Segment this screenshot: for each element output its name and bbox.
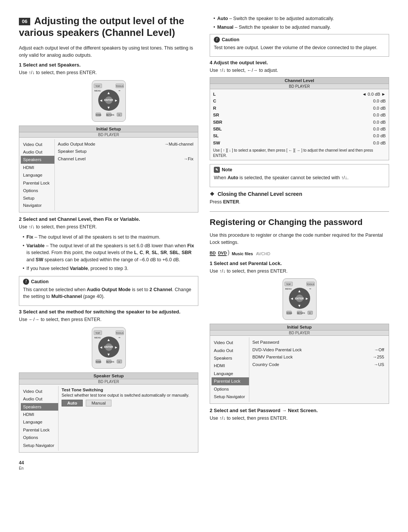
menu-right-1: Audio Output Mode →Multi-channel Speaker…	[55, 139, 196, 211]
dpad-up-1: ▲	[107, 91, 111, 95]
return-btn-3: RETURN	[297, 311, 302, 315]
channel-row-SW: SW 0.0 dB	[213, 140, 386, 146]
top-menu-btn-3: TOPMENU	[284, 282, 293, 286]
p-menu-video-out: Video Out	[212, 339, 249, 346]
caution-title-2: ! Caution	[214, 37, 385, 43]
caution-icon-2: !	[214, 37, 220, 43]
disc-icons: BD DVD ) Music files AVCHD	[210, 249, 389, 256]
dpad-3: ▲ ▼ ◄ ► ENTER	[289, 288, 310, 309]
note-box-1: ✎ Note When Auto is selected, the speake…	[210, 164, 389, 187]
section2-intro: Use this procedure to register or change…	[210, 232, 389, 246]
sp-menu-parental: Parental Lock	[21, 426, 58, 434]
parental-lock-menu: Initial Setup BD PLAYER Video Out Audio …	[210, 324, 389, 404]
menu-label-audio-output: Audio Output Mode	[58, 141, 95, 148]
page-footer: 44 En	[19, 460, 198, 471]
ch-name-SR: SR	[213, 112, 228, 118]
channel-note: Use [ ↑ ][ ↓ ] to select a speaker, then…	[213, 148, 386, 158]
p-val-bdmv-parental: →255	[372, 354, 384, 361]
parental-menu-left: Video Out Audio Out Speakers HDMI Langua…	[212, 337, 249, 402]
page-number: 44	[19, 460, 24, 465]
note-title-1: ✎ Note	[214, 167, 385, 173]
speaker-setup-body: Video Out Audio Out Speakers HDMI Langua…	[19, 385, 198, 452]
step2-block: 2 Select and set Channel Level, then Fix…	[19, 216, 198, 272]
disc-music: Music files	[232, 251, 253, 256]
sp-menu-options: Options	[21, 434, 58, 441]
step2-heading: 2 Select and set Channel Level, then Fix…	[19, 216, 198, 222]
menu-item-video-out-1: Video Out	[21, 141, 54, 148]
tools-btn: TOOLS ✏	[116, 84, 124, 88]
step2-instruction: Use ↑/↓ to select, then press ENTER.	[19, 223, 198, 231]
tools-btn-2: TOOLS ✏	[116, 330, 124, 335]
closing-instruction: Press ENTER.	[210, 199, 389, 206]
step2-bullets: Fix – The output level of all the speake…	[19, 234, 198, 272]
caution-text-2: Test tones are output. Lower the volume …	[214, 44, 385, 51]
page-container: 06Adjusting the output level of the vari…	[19, 15, 389, 471]
ch-val-L: ◄ 0.0 dB ►	[362, 91, 386, 98]
dpad-right-1: ►	[114, 98, 118, 102]
menu-row-channel-level: Channel Level →Fix	[58, 155, 193, 163]
step2-parental-heading: 2 Select and set Set Password → Next Scr…	[210, 408, 389, 413]
step1-block: 1 Select and set Speakers. Use ↑/↓ to se…	[19, 62, 198, 212]
home-btn-3: HOME	[286, 311, 292, 315]
dpad-right-3: ►	[305, 296, 309, 301]
ch-val-SBR: 0.0 dB	[373, 119, 386, 126]
ch-name-L: L	[213, 91, 228, 98]
section1-title-text: Adjusting the output level of the variou…	[19, 15, 184, 38]
menu-body-1: Video Out Audio Out Speakers HDMI Langua…	[19, 138, 198, 212]
speaker-setup-header: Speaker Setup	[19, 373, 198, 379]
ch-val-C: 0.0 dB	[373, 98, 386, 104]
menu-item-speakers-1: Speakers	[21, 156, 54, 163]
caution-box-2: ! Caution Test tones are output. Lower t…	[210, 34, 389, 57]
step4-heading: 4 Adjust the output level.	[210, 60, 389, 65]
step1-parental-block: 1 Select and set Parental Lock. Use ↑/↓ …	[210, 261, 389, 404]
sp-menu-hdmi: HDMI	[21, 411, 58, 418]
remote-bottom-2: HOME RETURN ≡	[96, 360, 122, 363]
dpad-up-2: ▲	[107, 338, 111, 342]
parental-menu-subheader: BD PLAYER	[210, 330, 389, 336]
p-label-dvd-parental: DVD-Video Parental Lock	[252, 346, 302, 354]
step3-block: 3 Select and set the method for switchin…	[19, 309, 198, 453]
p-val-dvd-parental: →Off	[374, 346, 384, 354]
page-lang: En	[19, 466, 23, 470]
p-menu-hdmi: HDMI	[212, 362, 249, 369]
channel-table-header: Channel Level	[210, 78, 389, 84]
channel-row-SR: SR 0.0 dB	[213, 112, 386, 118]
auto-manual-buttons: Auto Manual	[62, 400, 193, 406]
extra-btn-2: ≡	[117, 360, 122, 363]
tools-btn-3: TOOLS ✏	[306, 282, 315, 286]
menu-item-language-1: Language	[21, 171, 54, 179]
auto-button[interactable]: Auto	[62, 400, 83, 406]
channel-row-R: R 0.0 dB	[213, 105, 386, 112]
p-row-bdmv-parental: BDMV Parental Lock →255	[252, 354, 384, 361]
channel-row-SBL: SBL 0.0 dB	[213, 126, 386, 132]
step1-heading: 1 Select and set Speakers.	[19, 62, 198, 68]
p-label-bdmv-parental: BDMV Parental Lock	[252, 354, 293, 361]
sp-menu-video-out: Video Out	[21, 388, 58, 395]
menu-label-speaker-setup: Speaker Setup	[58, 148, 87, 155]
menu-item-hdmi-1: HDMI	[21, 164, 54, 171]
bullet-variable-note: If you have selected Variable, proceed t…	[23, 265, 198, 272]
sp-right-title: Test Tone Switching	[62, 388, 193, 392]
channel-row-SL: SL 0.0 dB	[213, 132, 386, 139]
return-btn-1: RETURN	[106, 113, 111, 116]
sp-menu-language: Language	[21, 418, 58, 426]
closing-section: ❖ Closing the Channel Level screen Press…	[210, 191, 389, 206]
ch-val-SW: 0.0 dB	[373, 140, 386, 146]
section-divider	[210, 211, 389, 212]
ch-name-SBL: SBL	[213, 126, 228, 132]
p-menu-setup-nav: Setup Navigator	[212, 393, 249, 400]
main-two-col: 06Adjusting the output level of the vari…	[19, 15, 389, 471]
extra-btn-3: ≡	[308, 311, 313, 315]
chapter-badge: 06	[19, 18, 30, 25]
caution-title-text-1: Caution	[31, 279, 49, 284]
ch-name-C: C	[213, 98, 228, 104]
dpad-2: ▲ ▼ ◄ ► ENTER	[98, 337, 119, 358]
p-label-set-password: Set Password	[252, 339, 279, 346]
remote-bottom-3: HOME RETURN ≡	[286, 311, 313, 315]
channel-row-C: C 0.0 dB	[213, 98, 386, 104]
ch-val-SL: 0.0 dB	[373, 132, 386, 139]
note-icon-1: ✎	[214, 167, 220, 173]
menu-header-1: Initial Setup	[19, 126, 198, 132]
step2-parental-block: 2 Select and set Set Password → Next Scr…	[210, 408, 389, 422]
manual-button[interactable]: Manual	[86, 400, 111, 406]
